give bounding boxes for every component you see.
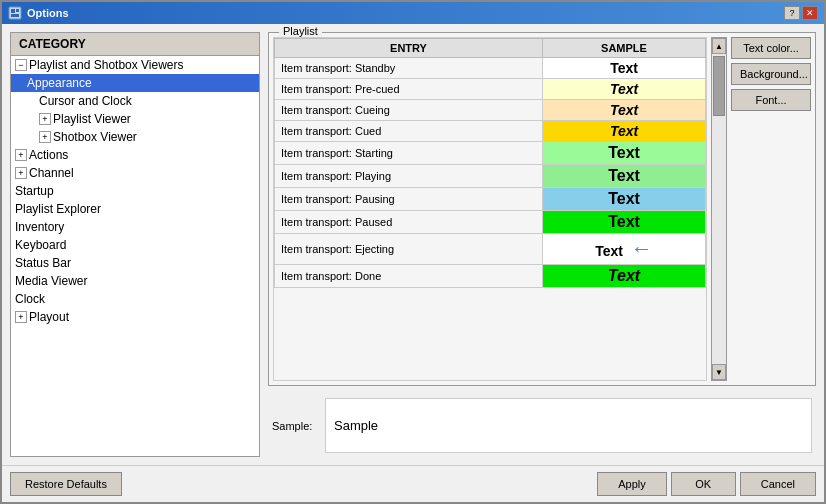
- tree-item-channel[interactable]: + Channel: [11, 164, 259, 182]
- ok-button[interactable]: OK: [671, 472, 736, 496]
- entry-ejecting: Item transport: Ejecting: [275, 234, 543, 265]
- col-header-entry: ENTRY: [275, 39, 543, 58]
- tree-item-playout[interactable]: + Playout: [11, 308, 259, 326]
- text-color-button[interactable]: Text color...: [731, 37, 811, 59]
- sample-section: Sample: Sample: [268, 394, 816, 457]
- title-bar-left: Options: [8, 6, 69, 20]
- entry-starting: Item transport: Starting: [275, 142, 543, 165]
- tree-item-keyboard[interactable]: Keyboard: [11, 236, 259, 254]
- sample-ejecting[interactable]: Text ←: [543, 234, 706, 265]
- entries-table: ENTRY SAMPLE Item transport: Standby Tex…: [274, 38, 706, 288]
- bottom-bar: Restore Defaults Apply OK Cancel: [2, 465, 824, 502]
- tree-item-appearance[interactable]: Appearance: [11, 74, 259, 92]
- sample-precued[interactable]: Text: [543, 79, 706, 100]
- tree-item-playlist-viewer[interactable]: + Playlist Viewer: [11, 110, 259, 128]
- sample-label: Sample:: [272, 420, 317, 432]
- expand-playlist-viewer[interactable]: +: [39, 113, 51, 125]
- sample-cueing[interactable]: Text: [543, 100, 706, 121]
- expand-shotbox-viewer[interactable]: +: [39, 131, 51, 143]
- sample-starting[interactable]: Text: [543, 142, 706, 165]
- svg-rect-2: [16, 9, 19, 12]
- scroll-up-button[interactable]: ▲: [712, 38, 726, 54]
- category-header: CATEGORY: [11, 33, 259, 56]
- table-row[interactable]: Item transport: Done Text: [275, 265, 706, 288]
- sample-box: Sample: [325, 398, 812, 453]
- window-title: Options: [27, 7, 69, 19]
- expand-actions[interactable]: +: [15, 149, 27, 161]
- side-buttons: Text color... Background... Font...: [731, 37, 811, 381]
- table-row[interactable]: Item transport: Cued Text: [275, 121, 706, 142]
- tree-item-status-bar[interactable]: Status Bar: [11, 254, 259, 272]
- main-content: CATEGORY − Playlist and Shotbox Viewers …: [2, 24, 824, 465]
- entry-cueing: Item transport: Cueing: [275, 100, 543, 121]
- entry-pausing: Item transport: Pausing: [275, 188, 543, 211]
- close-button[interactable]: ✕: [802, 6, 818, 20]
- expand-channel[interactable]: +: [15, 167, 27, 179]
- entry-playing: Item transport: Playing: [275, 165, 543, 188]
- sample-value: Sample: [334, 418, 378, 433]
- font-button[interactable]: Font...: [731, 89, 811, 111]
- sample-paused[interactable]: Text: [543, 211, 706, 234]
- cancel-button[interactable]: Cancel: [740, 472, 816, 496]
- table-row[interactable]: Item transport: Pre-cued Text: [275, 79, 706, 100]
- sample-standby[interactable]: Text: [543, 58, 706, 79]
- title-controls: ? ✕: [784, 6, 818, 20]
- scroll-thumb[interactable]: [713, 56, 725, 116]
- sample-playing[interactable]: Text: [543, 165, 706, 188]
- playlist-section: Playlist ENTRY SAMPLE: [268, 32, 816, 386]
- playlist-section-label: Playlist: [279, 25, 322, 37]
- tree-item-playlist-shotbox[interactable]: − Playlist and Shotbox Viewers: [11, 56, 259, 74]
- tree-item-actions[interactable]: + Actions: [11, 146, 259, 164]
- sample-done[interactable]: Text: [543, 265, 706, 288]
- table-row[interactable]: Item transport: Ejecting Text ←: [275, 234, 706, 265]
- right-panel: Playlist ENTRY SAMPLE: [268, 32, 816, 457]
- svg-rect-1: [11, 9, 15, 13]
- restore-defaults-button[interactable]: Restore Defaults: [10, 472, 122, 496]
- tree-item-media-viewer[interactable]: Media Viewer: [11, 272, 259, 290]
- tree-item-clock[interactable]: Clock: [11, 290, 259, 308]
- entry-done: Item transport: Done: [275, 265, 543, 288]
- table-row[interactable]: Item transport: Cueing Text: [275, 100, 706, 121]
- table-row[interactable]: Item transport: Paused Text: [275, 211, 706, 234]
- table-scrollbar[interactable]: ▲ ▼: [711, 37, 727, 381]
- apply-button[interactable]: Apply: [597, 472, 667, 496]
- col-header-sample: SAMPLE: [543, 39, 706, 58]
- entry-precued: Item transport: Pre-cued: [275, 79, 543, 100]
- bottom-right-buttons: Apply OK Cancel: [597, 472, 816, 496]
- table-scroll[interactable]: ENTRY SAMPLE Item transport: Standby Tex…: [273, 37, 707, 381]
- background-button[interactable]: Background...: [731, 63, 811, 85]
- options-window: Options ? ✕ CATEGORY − Playlist and Shot…: [0, 0, 826, 504]
- tree-item-inventory[interactable]: Inventory: [11, 218, 259, 236]
- svg-rect-3: [11, 14, 19, 17]
- arrow-indicator: ←: [631, 236, 653, 261]
- entry-paused: Item transport: Paused: [275, 211, 543, 234]
- entry-cued: Item transport: Cued: [275, 121, 543, 142]
- entry-standby: Item transport: Standby: [275, 58, 543, 79]
- tree-item-startup[interactable]: Startup: [11, 182, 259, 200]
- tree-item-shotbox-viewer[interactable]: + Shotbox Viewer: [11, 128, 259, 146]
- tree-item-cursor-clock[interactable]: Cursor and Clock: [11, 92, 259, 110]
- expand-playlist-shotbox[interactable]: −: [15, 59, 27, 71]
- title-bar: Options ? ✕: [2, 2, 824, 24]
- table-row[interactable]: Item transport: Starting Text: [275, 142, 706, 165]
- category-panel: CATEGORY − Playlist and Shotbox Viewers …: [10, 32, 260, 457]
- scroll-track: [712, 54, 726, 364]
- tree-item-playlist-explorer[interactable]: Playlist Explorer: [11, 200, 259, 218]
- expand-playout[interactable]: +: [15, 311, 27, 323]
- sample-cued[interactable]: Text: [543, 121, 706, 142]
- table-row[interactable]: Item transport: Playing Text: [275, 165, 706, 188]
- help-button[interactable]: ?: [784, 6, 800, 20]
- sample-pausing[interactable]: Text: [543, 188, 706, 211]
- table-container: ENTRY SAMPLE Item transport: Standby Tex…: [273, 37, 811, 381]
- table-row[interactable]: Item transport: Pausing Text: [275, 188, 706, 211]
- table-row[interactable]: Item transport: Standby Text: [275, 58, 706, 79]
- scroll-down-button[interactable]: ▼: [712, 364, 726, 380]
- window-icon: [8, 6, 22, 20]
